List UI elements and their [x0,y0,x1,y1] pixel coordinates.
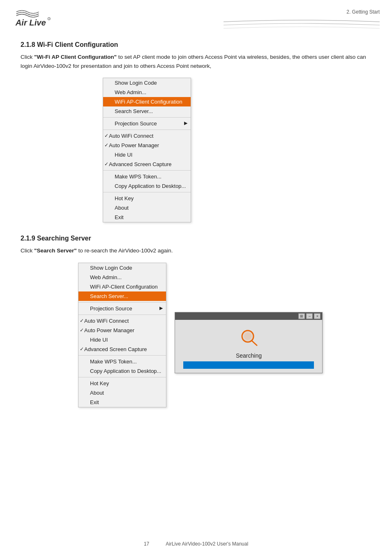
menu-item-label: Hot Key [115,195,134,201]
titlebar-close-button[interactable]: × [314,313,321,319]
menu-item-label: Auto Power Manager [84,327,134,333]
section-218-bold: "Wi-Fi AP Client Configuration" [34,54,117,60]
section-218-body: Click "Wi-Fi AP Client Configuration" to… [21,53,371,70]
menu-item-label: About [90,390,104,396]
menu-item-label: Copy Application to Desktop... [90,368,161,374]
product-name: AirLive AirVideo-100v2 User's Manual [166,541,248,547]
svg-point-6 [244,333,251,340]
header-decoration: 2. Getting Start [224,9,380,33]
menu-item-label: Advanced Screen Capture [84,346,147,352]
menu-item-label: About [115,205,129,211]
searching-icon [236,327,261,348]
menu-item-label: Projection Source [115,120,157,127]
search-window-body: Searching [175,320,322,373]
menu-item-label: Make WPS Token... [115,173,161,180]
submenu-arrow-icon: ▶ [159,305,163,311]
menu-item-label: Make WPS Token... [90,358,137,365]
chapter-label: 2. Getting Start [346,9,380,15]
menu-item-label: Hide UI [90,337,108,343]
menu-item-auto-power-manager[interactable]: ✓Auto Power Manager [103,141,191,150]
menu-item-show-login-code2[interactable]: Show Login Code [78,263,166,273]
search-window: ⊞ – × Searching [175,312,323,373]
main-content: 2.1.8 Wi-Fi Client Configuration Click "… [0,33,392,428]
page-number: 17 [144,541,149,547]
menu-item-label: Auto Power Manager [109,142,159,148]
logo-area: Air Live ® [12,7,62,30]
menu1-container: Show Login CodeWeb Admin...WiFi AP-Clien… [21,78,371,222]
menu-item-auto-wifi-connect2[interactable]: ✓Auto WiFi Connect [78,316,166,326]
menu-item-hot-key2[interactable]: Hot Key [78,379,166,388]
menu-item-label: Projection Source [90,305,132,312]
section-218-number: 2.1.8 [21,41,35,48]
menu-item-exit[interactable]: Exit [103,213,191,222]
submenu-arrow-icon: ▶ [184,120,187,126]
menu-item-about2[interactable]: About [78,388,166,398]
menu-item-label: Search Server... [115,108,153,114]
menu-separator [103,117,191,118]
menu-item-label: Advanced Screen Capture [109,161,171,167]
context-menu-2: Show Login CodeWeb Admin...WiFi AP-Clien… [78,263,166,407]
menu-item-label: Show Login Code [90,265,132,271]
menu-item-label: Auto WiFi Connect [84,318,129,324]
context-menu-1: Show Login CodeWeb Admin...WiFi AP-Clien… [103,78,191,222]
menu-item-label: Show Login Code [115,80,157,86]
menu-item-hide-ui[interactable]: Hide UI [103,150,191,160]
menu-separator [78,355,166,356]
menu-item-copy-app-desktop2[interactable]: Copy Application to Desktop... [78,366,166,376]
check-mark-icon: ✓ [80,327,84,333]
searching-label: Searching [236,352,262,359]
svg-line-5 [252,341,257,345]
page-footer: 17 AirLive AirVideo-100v2 User's Manual [0,541,392,547]
menu-item-hide-ui2[interactable]: Hide UI [78,335,166,345]
menu-item-search-server[interactable]: Search Server... [103,106,191,116]
menu-item-search-server2[interactable]: Search Server... [78,291,166,301]
menu-item-wifi-ap-config[interactable]: WiFi AP-Client Configuration [103,97,191,106]
menu-item-label: Auto WiFi Connect [109,133,153,139]
menu-item-exit2[interactable]: Exit [78,398,166,407]
menu-item-label: Web Admin... [90,274,122,280]
menu-item-web-admin[interactable]: Web Admin... [103,88,191,97]
menu-item-wifi-ap-config2[interactable]: WiFi AP-Client Configuration [78,282,166,291]
menu-separator [78,314,166,315]
menu-item-label: Hot Key [90,380,109,386]
menu-item-label: WiFi AP-Client Configuration [90,284,158,290]
menu-item-label: Web Admin... [115,89,146,95]
menu-item-auto-wifi-connect[interactable]: ✓Auto WiFi Connect [103,131,191,141]
menu-item-label: WiFi AP-Client Configuration [115,99,182,105]
menu-item-auto-power-manager2[interactable]: ✓Auto Power Manager [78,326,166,335]
section-219-bold: "Search Server" [34,247,77,254]
page-header: Air Live ® 2. Getting Start [0,0,392,33]
airlive-logo: Air Live ® [12,7,62,30]
menu-item-hot-key[interactable]: Hot Key [103,194,191,203]
titlebar-minimize-button[interactable]: – [306,313,313,319]
menu-separator [78,377,166,377]
menu-separator [103,192,191,192]
menu-item-label: Search Server... [90,293,128,299]
search-window-titlebar: ⊞ – × [175,312,322,320]
titlebar-grid-button[interactable]: ⊞ [298,313,305,319]
menu-item-projection-source[interactable]: Projection Source▶ [103,119,191,128]
menu-item-label: Copy Application to Desktop... [115,183,186,189]
section-218-heading: Wi-Fi Client Configuration [37,41,118,48]
menu-item-copy-app-desktop[interactable]: Copy Application to Desktop... [103,181,191,191]
check-mark-icon: ✓ [80,318,84,324]
search-progress-bar [183,361,314,369]
check-mark-icon: ✓ [104,133,108,139]
search-icon-area [236,327,261,349]
menu-separator [78,302,166,303]
section-219-heading: Searching Server [37,235,91,242]
menu-item-advanced-screen-capture2[interactable]: ✓Advanced Screen Capture [78,345,166,354]
menu-item-about[interactable]: About [103,203,191,213]
menu-item-web-admin2[interactable]: Web Admin... [78,273,166,282]
menu-item-advanced-screen-capture[interactable]: ✓Advanced Screen Capture [103,160,191,169]
menu-item-label: Exit [115,214,124,220]
menu-item-show-login-code[interactable]: Show Login Code [103,78,191,88]
menu-separator [103,130,191,130]
menu-separator [103,170,191,171]
menu-item-projection-source2[interactable]: Projection Source▶ [78,304,166,313]
header-curves-svg [224,18,380,33]
menu-item-make-wps-token2[interactable]: Make WPS Token... [78,357,166,366]
check-mark-icon: ✓ [104,161,108,167]
menu-item-label: Exit [90,399,99,405]
menu-item-make-wps-token[interactable]: Make WPS Token... [103,172,191,181]
